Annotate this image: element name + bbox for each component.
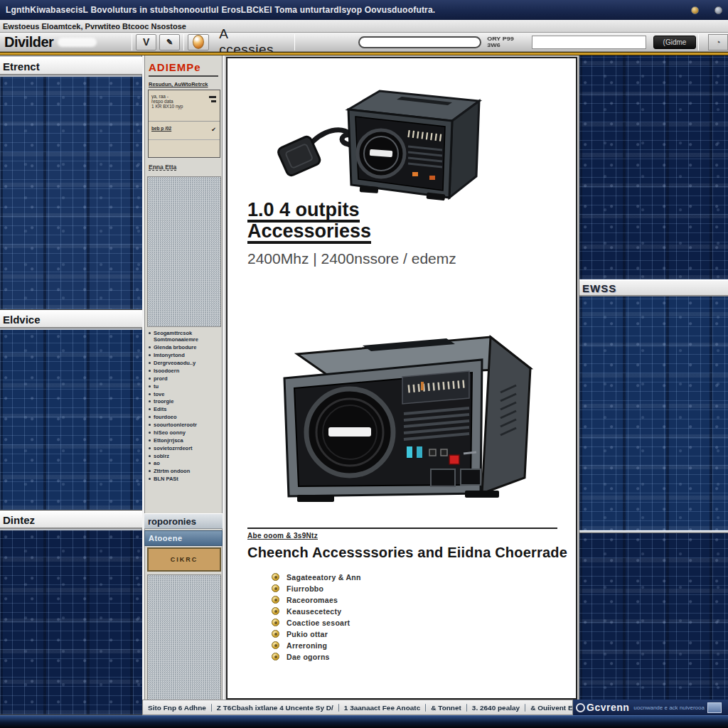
dithered-image bbox=[147, 574, 221, 711]
window-title: LgnthKiwabasecisL Bovoluturs in stubshon… bbox=[6, 5, 435, 15]
sidebar-nav-item[interactable]: ao bbox=[147, 460, 223, 466]
list-item: Sagateeatory & Ann bbox=[272, 573, 361, 581]
list-item: Raceoromaes bbox=[272, 596, 361, 604]
sidebar-nav-item[interactable]: prord bbox=[147, 375, 223, 382]
sidebar-nav-item[interactable]: Zttrtm ondoon bbox=[147, 468, 223, 474]
sidebar-nav-item[interactable]: Seogamttrcsok Somtmonaaiemre bbox=[147, 330, 223, 343]
list-icon bbox=[211, 100, 216, 102]
left-sidebar: Etrenct Eldvice Dintez bbox=[0, 55, 142, 715]
toolbar-right-icon[interactable]: ◔ bbox=[708, 34, 728, 50]
accessories-list: Sagateeatory & Ann Fiurrobbo Raceoromaes… bbox=[272, 573, 361, 660]
titlebar-close-icon[interactable] bbox=[714, 6, 722, 14]
page-subtitle: 2400Mhz | 2400nssore / edemz bbox=[247, 250, 456, 267]
edit-pen-button[interactable]: ✎ bbox=[159, 34, 180, 50]
nav-sidebar: ADIEMPe Resudun, AuWtoRetrck ya, raa - r… bbox=[142, 55, 225, 715]
menu-bar: Ewstoeus Eloamtcek, Pvrwtiteo Btcooc Nso… bbox=[0, 20, 728, 33]
circuit-board-image bbox=[0, 330, 142, 510]
dithered-image bbox=[147, 176, 221, 327]
bullet-coin-icon bbox=[272, 619, 279, 626]
sidebar-top-link[interactable]: Resudun, AuWtoRetrck bbox=[149, 81, 208, 87]
sidebar-nav-item[interactable]: soblrz bbox=[147, 453, 223, 459]
list-item: Coactioe sesoart bbox=[272, 619, 361, 626]
orange-orb-icon bbox=[193, 35, 204, 49]
titlebar-amber-icon[interactable] bbox=[691, 6, 699, 14]
search-caption: ORY P99 3W6 bbox=[487, 36, 526, 48]
circuit-board-image bbox=[579, 533, 728, 715]
product-image-radio-large bbox=[256, 309, 540, 508]
toolbar: Divilder V ✎ A ccessies ORY P99 3W6 (Gid… bbox=[0, 33, 728, 52]
toolbar-highlight bbox=[58, 38, 97, 47]
toolbar-separator bbox=[132, 34, 132, 50]
product-image-radio-with-adapter bbox=[269, 68, 503, 210]
search-input[interactable] bbox=[358, 36, 481, 48]
brand-note: uocnwande e ack nuiverooa bbox=[633, 705, 705, 711]
sidebar-blue-bar[interactable]: Atooene bbox=[144, 530, 223, 546]
sidebar-nav-item[interactable]: soourtoonlerootr bbox=[147, 422, 223, 428]
sidebar-link[interactable]: Enna Etta bbox=[149, 164, 176, 171]
sidebar-nav-item[interactable]: Imtonyrtond bbox=[147, 352, 223, 358]
status-corner-icon[interactable] bbox=[707, 702, 722, 713]
left-section-header: Dintez bbox=[0, 510, 142, 529]
info-box-link[interactable]: beb p /02 bbox=[151, 126, 171, 131]
circuit-board-image bbox=[579, 296, 728, 530]
check-button[interactable]: V bbox=[136, 34, 156, 50]
right-section-header: EWSS bbox=[579, 279, 728, 296]
browser-window: LgnthKiwabasecisL Bovoluturs in stubshon… bbox=[0, 0, 728, 728]
bullet-coin-icon bbox=[272, 584, 279, 592]
brand-name: Gcvrenn bbox=[587, 702, 629, 713]
list-item: Arreroning bbox=[272, 641, 361, 649]
sidebar-nav-item[interactable]: hiSeo oonny bbox=[147, 429, 223, 436]
status-text: 1 3aanaact Fee Anoatc bbox=[338, 704, 425, 711]
sidebar-nav-item[interactable]: Isoodoern bbox=[147, 368, 223, 374]
section-small-label: Abe ooom & 3s9Ntz bbox=[247, 532, 318, 540]
sidebar-nav-item[interactable]: Glenda brbodure bbox=[147, 344, 223, 350]
list-icon bbox=[209, 96, 216, 98]
sidebar-nav-item[interactable]: troorgie bbox=[147, 398, 223, 405]
bullet-coin-icon bbox=[272, 596, 279, 604]
status-brand-area: Gcvrenn uocnwande e ack nuiverooa bbox=[573, 700, 728, 715]
list-item: Fiurrobbo bbox=[272, 584, 361, 592]
main-content-page: 1.0 4 outpits Accessoriess 2400Mhz | 240… bbox=[226, 57, 577, 700]
status-text: & Ouiivent Eo uouilid w. bbox=[525, 704, 573, 711]
title-bar: LgnthKiwabasecisL Bovoluturs in stubshon… bbox=[0, 0, 728, 20]
page-title-line1: 1.0 4 outpits bbox=[247, 200, 360, 223]
sidebar-brand: ADIEMPe bbox=[149, 61, 218, 77]
section-divider bbox=[247, 528, 557, 529]
left-section-header: Etrenct bbox=[0, 57, 142, 75]
go-button[interactable]: (Gidme bbox=[653, 36, 695, 49]
circuit-board-image bbox=[0, 530, 142, 715]
toolbar-separator bbox=[698, 34, 699, 50]
sidebar-info-box: ya, raa - respo data 1 KR BX10 nyp beb p… bbox=[148, 90, 220, 158]
sidebar-nav-item[interactable]: BLN PASt bbox=[147, 476, 223, 482]
status-text: Z T6Cbash ixtlane 4 Uncente Sy D/ bbox=[211, 704, 338, 711]
left-section-header: Eldvice bbox=[0, 310, 142, 328]
list-item: Dae ogorns bbox=[272, 653, 361, 660]
captcha-image: CIKRC bbox=[147, 547, 221, 572]
bullet-coin-icon bbox=[272, 653, 279, 660]
status-bar: Sito Fnp 6 Adhne Z T6Cbash ixtlane 4 Unc… bbox=[142, 700, 728, 715]
sidebar-nav-item[interactable]: tu bbox=[147, 383, 223, 390]
status-text: Sito Fnp 6 Adhne bbox=[143, 704, 211, 711]
bullet-coin-icon bbox=[272, 641, 279, 649]
sidebar-nav-item[interactable]: Edits bbox=[147, 406, 223, 412]
status-text: 3. 2640 pealay bbox=[466, 704, 525, 711]
circuit-board-image bbox=[0, 77, 142, 310]
toolbar-separator bbox=[183, 34, 184, 50]
sidebar-nav-item[interactable]: Dergrveoaodu..y bbox=[147, 360, 223, 366]
orb-button[interactable] bbox=[188, 34, 209, 50]
sidebar-nav-item[interactable]: tove bbox=[147, 391, 223, 397]
sidebar-nav-item[interactable]: Ettonjrrjsca bbox=[147, 437, 223, 444]
info-line: ya, raa - bbox=[151, 94, 217, 99]
sidebar-nav-item[interactable]: sovietozrrdeort bbox=[147, 445, 223, 451]
bullet-coin-icon bbox=[272, 630, 279, 638]
brand-logo-icon bbox=[576, 703, 585, 712]
address-input[interactable] bbox=[532, 36, 646, 49]
product-title-block: 1.0 4 outpits Accessoriess 2400Mhz | 240… bbox=[247, 200, 456, 267]
list-item: Pukio ottar bbox=[272, 630, 361, 638]
menu-items[interactable]: Ewstoeus Eloamtcek, Pvrwtiteo Btcooc Nso… bbox=[3, 22, 186, 31]
bullet-coin-icon bbox=[272, 607, 279, 615]
sidebar-nav-item[interactable]: fourdoeo bbox=[147, 414, 223, 420]
status-text: & Tonnet bbox=[425, 704, 466, 711]
page-title-line2: Accessoriess bbox=[247, 222, 371, 244]
bottom-edge-strip bbox=[0, 715, 728, 728]
